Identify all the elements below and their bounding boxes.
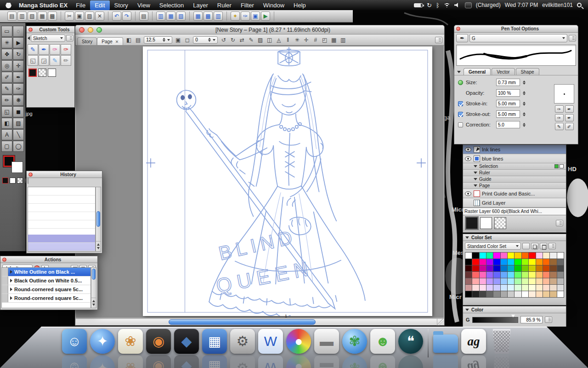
delete-button[interactable]: ✕: [95, 12, 104, 21]
color-swatch[interactable]: [501, 265, 507, 271]
stroke-out-curve-icon[interactable]: ✑: [555, 114, 564, 121]
cell-view-button[interactable]: ▥: [214, 12, 223, 21]
zoom-control[interactable]: [144, 36, 172, 44]
delete-color-button[interactable]: [540, 243, 547, 249]
color-swatch[interactable]: [472, 278, 479, 284]
brush-tool[interactable]: ✏: [1, 95, 12, 106]
color-swatch[interactable]: [501, 278, 507, 284]
color-swatch[interactable]: [550, 253, 556, 259]
layer-row-selection[interactable]: Selection: [463, 163, 566, 170]
color-swatch[interactable]: [465, 272, 472, 278]
zoom-stepper[interactable]: [163, 38, 165, 42]
color-swatch[interactable]: [557, 285, 564, 291]
stroke-out-input[interactable]: [496, 110, 520, 118]
panel-menu-icon[interactable]: [66, 35, 74, 41]
fill-tool[interactable]: ◼: [13, 106, 24, 117]
disclosure-icon[interactable]: [474, 178, 477, 180]
blue-pencil-tool[interactable]: ✎: [28, 44, 38, 55]
color-swatch[interactable]: [536, 285, 543, 291]
zoom-tool[interactable]: ◎: [1, 60, 12, 71]
new-story-button[interactable]: ▤: [7, 12, 17, 21]
hand-tool[interactable]: ✥: [1, 49, 12, 60]
panel-toggle-button[interactable]: ▥: [339, 36, 347, 44]
stroke-out-checkbox[interactable]: [458, 112, 463, 117]
color-swatch[interactable]: [543, 291, 549, 297]
color-swatch[interactable]: [465, 285, 472, 291]
menu-bar-clock[interactable]: Wed 7:07 PM: [505, 2, 538, 8]
color-swatch[interactable]: [486, 285, 493, 291]
window-title-bar[interactable]: [New Story – Page 1] (8.27 * 11.69inch 6…: [75, 25, 444, 34]
color-swatch[interactable]: [480, 285, 486, 291]
tab-story[interactable]: Story: [77, 37, 97, 45]
eraser-tool[interactable]: ◱: [1, 106, 12, 117]
prev-page-button[interactable]: ◧: [124, 36, 133, 44]
new-page-button[interactable]: ▥: [17, 12, 27, 21]
parallel-ruler-button[interactable]: ‖: [283, 36, 292, 44]
collapse-icon[interactable]: [465, 309, 469, 311]
color-swatch[interactable]: [465, 291, 472, 297]
minimize-button[interactable]: [88, 27, 93, 33]
marker-tool[interactable]: ✑: [13, 83, 24, 94]
rect-select-tool[interactable]: ▭: [1, 26, 12, 37]
color-swatch[interactable]: [529, 285, 535, 291]
color-swatch[interactable]: [557, 253, 564, 259]
stroke-out-stepper[interactable]: [523, 112, 526, 116]
size-input[interactable]: [496, 79, 520, 86]
redo-button[interactable]: ↷: [122, 12, 131, 21]
color-swatch[interactable]: [493, 259, 500, 265]
color-swatch[interactable]: [514, 285, 521, 291]
magic-wand-tool[interactable]: ✳: [1, 37, 12, 48]
color-swatch[interactable]: [536, 272, 543, 278]
color-swatch[interactable]: [501, 272, 507, 278]
rotate-right-button[interactable]: ↻: [228, 36, 237, 44]
color-swatch[interactable]: [529, 265, 535, 271]
gray-value-input[interactable]: [520, 316, 543, 323]
print-guide-button[interactable]: ▤: [134, 36, 142, 44]
zoom-input[interactable]: [146, 37, 160, 42]
draft-mode-button[interactable]: ✎: [247, 36, 255, 44]
layer-row-page[interactable]: Page: [463, 183, 566, 189]
history-scrollbar[interactable]: [96, 187, 101, 252]
color-swatch[interactable]: [486, 253, 493, 259]
action-toggle-cell[interactable]: [2, 268, 8, 276]
trash-icon[interactable]: [489, 329, 514, 368]
slider-marker[interactable]: [511, 315, 515, 317]
battery-charging-icon[interactable]: [414, 3, 423, 7]
color-swatch[interactable]: [522, 291, 528, 297]
color-swatch[interactable]: [557, 272, 564, 278]
color-swatch[interactable]: [550, 272, 556, 278]
color-swatch[interactable]: [486, 278, 493, 284]
menu-layer[interactable]: Layer: [188, 0, 213, 10]
table-view-button[interactable]: ▩: [204, 12, 213, 21]
actual-size-button[interactable]: ◻: [183, 36, 192, 44]
zoom-dropdown-icon[interactable]: [167, 39, 170, 41]
gradient-tool[interactable]: ◧: [1, 118, 12, 129]
gray-pen-tool[interactable]: ✏: [61, 55, 71, 66]
apple-menu-icon[interactable]: [6, 2, 11, 8]
google-earth-icon[interactable]: ✾✾: [342, 329, 367, 368]
tab-page[interactable]: Page✕: [97, 37, 123, 45]
opacity-stepper[interactable]: [523, 91, 526, 95]
collapse-icon[interactable]: [465, 236, 469, 239]
color-swatch[interactable]: [522, 272, 528, 278]
disclosure-icon[interactable]: [474, 172, 477, 174]
ruler-button[interactable]: ▦: [329, 36, 338, 44]
color-swatch[interactable]: [550, 285, 556, 291]
disclosure-icon[interactable]: [10, 270, 12, 274]
line-tool[interactable]: ╲: [13, 129, 24, 140]
eye-icon[interactable]: [464, 147, 472, 152]
action-toggle-cell[interactable]: [2, 294, 8, 302]
transparent-swatch[interactable]: [494, 217, 506, 229]
color-swatch[interactable]: [493, 265, 500, 271]
close-button[interactable]: [2, 258, 6, 262]
color-swatch[interactable]: [529, 291, 535, 297]
ellipse-tool[interactable]: ◯: [13, 141, 24, 152]
color-swatch[interactable]: [508, 253, 514, 259]
copy-button[interactable]: ▣: [75, 12, 84, 21]
history-selected-step[interactable]: [28, 243, 95, 251]
color-swatch[interactable]: [522, 278, 528, 284]
play-button[interactable]: ▶: [261, 12, 270, 21]
history-list[interactable]: [28, 187, 96, 252]
eye-icon[interactable]: [464, 191, 472, 196]
documents-folder-icon[interactable]: [433, 329, 458, 368]
